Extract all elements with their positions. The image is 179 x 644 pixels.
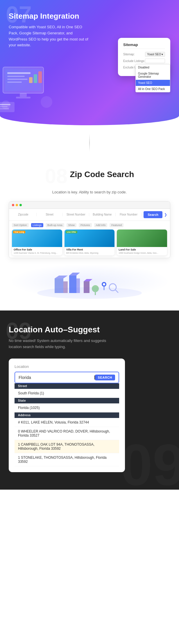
property-image-1: Year Long	[12, 230, 62, 247]
property-type-2: Villa For Rent	[66, 248, 113, 251]
listings-toolbar: Sort Option Listings Built-up Area Show …	[12, 223, 167, 227]
property-type-1: Office For Sale	[14, 248, 60, 251]
svg-rect-16	[0, 108, 9, 109]
city-illustration	[9, 264, 170, 299]
toolbar-pictures[interactable]: Pictures	[79, 223, 92, 227]
suggest-item-address-4[interactable]: 1 STONELAKE, THONOTOSASSA, Hillsborough,…	[15, 453, 119, 466]
autosuggest-description: No time wasted! System automatically fil…	[9, 338, 108, 350]
sitemap-row-exclude-listings: Exclude Listings:	[123, 59, 165, 63]
property-card-1[interactable]: Year Long Office For Sale 1236 Kazimeer …	[12, 230, 62, 255]
street-field[interactable]: Street	[38, 213, 63, 216]
browser-dot-red	[12, 204, 14, 206]
suggest-category-street: Street	[15, 383, 119, 389]
toolbar-addinfo[interactable]: Add Info	[94, 223, 108, 227]
sitemap-row-sitemap: Sitemap: Yoast SEO ▾	[123, 52, 165, 57]
sitemap-illustration	[0, 61, 67, 125]
floor-number-field[interactable]: Floor Number	[117, 213, 142, 216]
suggest-item-south-florida[interactable]: South Florida (1)	[15, 389, 119, 398]
svg-point-29	[103, 283, 105, 285]
svg-rect-5	[7, 82, 22, 83]
property-cards: Year Long Office For Sale 1236 Kazimeer …	[12, 230, 167, 255]
zipcode-title: Zip Code Search	[70, 170, 134, 179]
sitemap-dropdown[interactable]: Disabled Google Sitemap Generator Yoast …	[135, 64, 170, 92]
street-number-field[interactable]: Street Number	[65, 213, 89, 216]
suggest-item-address-1[interactable]: # K011, LAKE HELEN, Volusia, Florida 327…	[15, 418, 119, 427]
zipcode-field[interactable]: Zipcode	[12, 213, 37, 216]
suggest-item-address-3[interactable]: 1 CAMPBELL OAK LOT 94A, THONOTOSASSA, Hi…	[15, 440, 119, 453]
listings-mockup: Sort Option Listings Built-up Area Show …	[9, 221, 170, 258]
svg-rect-3	[7, 76, 25, 77]
property-address-2: 805 Embleton Blvd, Akita, Wyoming	[66, 252, 113, 254]
svg-rect-6	[29, 77, 33, 83]
location-search-input[interactable]: Florida SEARCH	[15, 372, 119, 383]
search-fields-row: Zipcode Street Street Number Building Na…	[9, 209, 170, 221]
toolbar-sort[interactable]: Sort Option	[12, 223, 29, 227]
search-bar-mockup: Zipcode Street Street Number Building Na…	[9, 201, 170, 258]
property-card-3[interactable]: Land For Sale 1569 Southwest Dodge Green…	[117, 230, 167, 255]
property-type-3: Land For Sale	[119, 248, 165, 251]
svg-marker-23	[69, 273, 80, 276]
property-address-3: 1569 Southwest Dodge Green, Akita, Geo..…	[119, 252, 165, 254]
suggest-item-address-2[interactable]: 0 WHEELER AND VALRICO ROAD, DOVER, Hills…	[15, 427, 119, 440]
suggest-category-state: State	[15, 398, 119, 403]
sitemap-card-title: Sitemap	[123, 43, 165, 49]
search-arrow-icon: ❯	[164, 213, 167, 217]
svg-rect-7	[34, 74, 37, 83]
location-card: Location Florida SEARCH Street South Flo…	[9, 359, 125, 472]
property-tag-1: Year Long	[13, 231, 25, 233]
zipcode-title-wrapper: 08 Zip Code Search	[9, 166, 170, 186]
svg-rect-2	[7, 72, 31, 74]
exclude-listings-label: Exclude Listings:	[123, 59, 145, 63]
dropdown-item-disabled[interactable]: Disabled	[136, 64, 170, 70]
dropdown-arrow-icon: ▾	[162, 53, 163, 56]
bg-decoration: 09	[120, 431, 179, 490]
property-image-2: Live Offer	[65, 230, 115, 247]
sitemap-row-label: Sitemap:	[123, 53, 145, 56]
suggest-item-florida-state[interactable]: Florida (1025)	[15, 403, 119, 412]
dropdown-item-google-sitemap[interactable]: Google Sitemap Generator	[136, 70, 170, 80]
toolbar-builtup[interactable]: Built-up Area	[46, 223, 64, 227]
sitemap-row-value[interactable]: Yoast SEO ▾	[145, 52, 165, 57]
svg-rect-18	[55, 278, 63, 293]
divider-line	[89, 134, 90, 151]
dropdown-item-yoast[interactable]: Yoast SEO	[136, 80, 170, 86]
svg-point-26	[92, 285, 99, 292]
svg-rect-15	[0, 106, 8, 107]
toolbar-listings[interactable]: Listings	[31, 223, 44, 227]
svg-rect-22	[76, 278, 80, 293]
svg-marker-25	[84, 279, 92, 281]
svg-rect-10	[16, 97, 31, 98]
sitemap-section: 07 Sitemap Integration Compatible with Y…	[0, 0, 179, 125]
location-search-button[interactable]: SEARCH	[95, 375, 115, 380]
svg-marker-20	[55, 276, 68, 278]
svg-rect-14	[0, 104, 10, 105]
suggest-category-address: Address	[15, 412, 119, 418]
svg-rect-27	[95, 292, 96, 295]
property-info-2: Villa For Rent 805 Embleton Blvd, Akita,…	[65, 247, 115, 255]
autosuggest-section: 09 Location Auto–Suggest No time wasted!…	[0, 310, 179, 490]
dropdown-item-all-in-one[interactable]: All in One SEO Pack	[136, 86, 170, 92]
property-info-3: Land For Sale 1569 Southwest Dodge Green…	[117, 247, 167, 255]
svg-rect-21	[69, 276, 76, 293]
autosuggest-title: Location Auto–Suggest	[9, 325, 170, 334]
property-tag-2: Live Offer	[66, 231, 78, 233]
property-card-2[interactable]: Live Offer Villa For Rent 805 Embleton B…	[65, 230, 115, 255]
browser-dots	[9, 202, 170, 209]
zipcode-description: Location is key. Ability to search by zi…	[43, 189, 136, 195]
property-image-3	[117, 230, 167, 247]
svg-rect-19	[63, 281, 68, 293]
location-card-label: Location	[15, 364, 119, 369]
location-input-value[interactable]: Florida	[19, 375, 94, 380]
toolbar-show[interactable]: Show	[67, 223, 77, 227]
zipcode-section: 08 Zip Code Search Location is key. Abil…	[0, 160, 179, 310]
svg-rect-8	[38, 71, 42, 83]
browser-dot-yellow	[16, 204, 18, 206]
svg-rect-9	[20, 93, 27, 97]
building-name-field[interactable]: Building Name	[91, 213, 116, 216]
property-info-1: Office For Sale 1236 Kazimeer Vlacka S, …	[12, 247, 62, 255]
search-button[interactable]: Search	[144, 211, 162, 218]
exclude-listings-input[interactable]	[145, 59, 165, 63]
toolbar-featured[interactable]: Featured	[110, 223, 123, 227]
section-divider	[0, 125, 179, 160]
svg-point-12	[41, 96, 52, 108]
